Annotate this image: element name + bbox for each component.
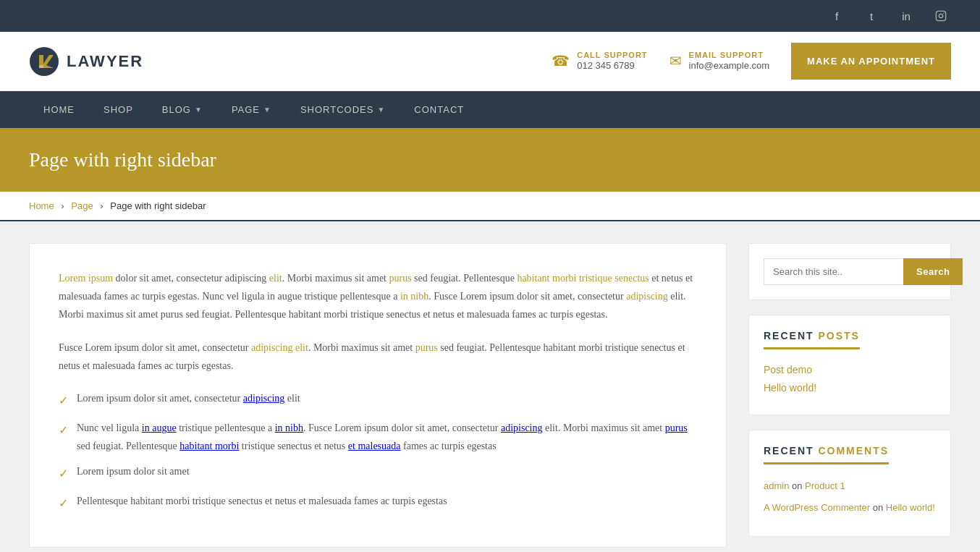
recent-posts-title: RECENT POSTS — [764, 330, 860, 349]
content-area: Lorem ipsum dolor sit amet, consectetur … — [29, 243, 727, 548]
post-link-2[interactable]: Hello world! — [764, 382, 816, 394]
recent-posts-widget: RECENT POSTS Post demo Hello world! — [748, 315, 951, 415]
adipiscing-link-4[interactable]: adipiscing — [501, 423, 543, 433]
breadcrumb-separator: › — [100, 200, 103, 211]
checklist-item-text: Nunc vel ligula in augue tristique pelle… — [77, 419, 697, 455]
instagram-icon[interactable] — [931, 6, 951, 26]
nav-page[interactable]: PAGE ▼ — [217, 91, 286, 128]
search-input[interactable] — [764, 258, 903, 285]
check-icon: ✓ — [59, 493, 68, 514]
linkedin-icon[interactable]: in — [896, 6, 916, 26]
comment-pretext-1: on — [789, 480, 805, 491]
breadcrumb: Home › Page › Page with right sidebar — [0, 192, 980, 221]
content-paragraph-1: Lorem ipsum dolor sit amet, consectetur … — [59, 269, 697, 324]
recent-posts-list: Post demo Hello world! — [764, 364, 936, 394]
search-widget: Search — [748, 243, 951, 300]
svg-point-1 — [939, 14, 942, 17]
in-nibh-link[interactable]: in nibh — [400, 291, 428, 302]
comment-pretext-2: on — [870, 502, 886, 513]
breadcrumb-current: Page with right sidebar — [110, 200, 206, 211]
checklist-item-4: ✓ Pellentesque habitant morbi tristique … — [59, 492, 697, 514]
recent-posts-title-highlight: POSTS — [814, 330, 860, 341]
comment-link-2[interactable]: Hello world! — [886, 502, 935, 513]
top-bar: f t in — [0, 0, 980, 32]
elit-link-2[interactable]: elit — [295, 342, 308, 353]
call-support: ☎ CALL SUPPORT 012 345 6789 — [552, 51, 647, 72]
nav-blog[interactable]: BLOG ▼ — [148, 91, 217, 128]
recent-comments-list: admin on Product 1 A WordPress Commenter… — [764, 479, 936, 514]
chevron-down-icon: ▼ — [377, 106, 385, 114]
logo-text: LAWYER — [67, 52, 143, 71]
et-malesuada-link[interactable]: et malesuada — [348, 441, 401, 451]
checklist-item-1: ✓ Lorem ipsum dolor sit amet, consectetu… — [59, 389, 697, 412]
list-item: Post demo — [764, 364, 936, 376]
recent-comments-widget: RECENT COMMENTS admin on Product 1 A Wor… — [748, 430, 951, 537]
habitant-link-2[interactable]: habitant morbi — [179, 441, 239, 451]
main-content: Lorem ipsum dolor sit amet, consectetur … — [0, 221, 980, 552]
recent-comments-title: RECENT COMMENTS — [764, 445, 889, 464]
page-title-banner: Page with right sidebar — [0, 128, 980, 192]
main-nav: HOME SHOP BLOG ▼ PAGE ▼ SHORTCODES ▼ CON… — [0, 91, 980, 128]
nav-shop[interactable]: SHOP — [89, 91, 148, 128]
email-icon: ✉ — [669, 52, 682, 69]
nav-contact[interactable]: CONTACT — [400, 91, 478, 128]
page-title: Page with right sidebar — [29, 148, 951, 171]
checklist-item-text: Lorem ipsum dolor sit amet, consectetur … — [77, 389, 300, 407]
chevron-down-icon: ▼ — [195, 106, 203, 114]
lorem-link-1[interactable]: Lorem ipsum — [59, 273, 113, 284]
purus-link-3[interactable]: purus — [665, 423, 688, 433]
checklist-item-2: ✓ Nunc vel ligula in augue tristique pel… — [59, 419, 697, 455]
email-support-label: EMAIL SUPPORT — [689, 51, 769, 59]
twitter-icon[interactable]: t — [861, 6, 882, 26]
email-support: ✉ EMAIL SUPPORT info@example.com — [669, 51, 769, 72]
search-button[interactable]: Search — [903, 258, 963, 285]
recent-posts-title-plain: RECENT — [764, 330, 814, 341]
purus-link-2[interactable]: purus — [415, 342, 438, 353]
sidebar: Search RECENT POSTS Post demo Hello worl… — [748, 243, 951, 548]
list-item: admin on Product 1 — [764, 479, 936, 493]
call-support-number: 012 345 6789 — [577, 60, 635, 71]
recent-comments-title-plain: RECENT — [764, 445, 814, 457]
svg-point-3 — [30, 47, 59, 76]
checklist-item-3: ✓ Lorem ipsum dolor sit amet — [59, 462, 697, 485]
checklist-item-text: Lorem ipsum dolor sit amet — [77, 462, 190, 480]
appointment-button[interactable]: MAKE AN APPOINTMENT — [791, 43, 951, 80]
nav-home[interactable]: HOME — [29, 91, 89, 128]
breadcrumb-separator: › — [61, 200, 64, 211]
logo-icon — [29, 46, 59, 77]
list-item: Hello world! — [764, 382, 936, 394]
in-nibh-link-2[interactable]: in nibh — [275, 423, 303, 433]
comment-author-2[interactable]: A WordPress Commenter — [764, 502, 870, 513]
comment-author-1[interactable]: admin — [764, 480, 789, 491]
in-augue-link[interactable]: in augue — [142, 423, 177, 433]
recent-comments-title-highlight: COMMENTS — [814, 445, 890, 457]
email-support-value: info@example.com — [689, 60, 769, 71]
check-icon: ✓ — [59, 391, 68, 412]
call-support-label: CALL SUPPORT — [577, 51, 647, 59]
facebook-icon[interactable]: f — [827, 6, 847, 26]
checklist: ✓ Lorem ipsum dolor sit amet, consectetu… — [59, 389, 697, 514]
svg-rect-0 — [936, 11, 945, 20]
checklist-item-text: Pellentesque habitant morbi tristique se… — [77, 492, 447, 510]
habitant-link-1[interactable]: habitant morbi tristique senectus — [517, 273, 649, 284]
purus-link-1[interactable]: purus — [389, 273, 411, 284]
breadcrumb-page[interactable]: Page — [71, 200, 93, 211]
svg-point-2 — [943, 13, 944, 14]
adipiscing-link-2[interactable]: adipiscing — [251, 342, 293, 353]
comment-link-1[interactable]: Product 1 — [805, 480, 845, 491]
chevron-down-icon: ▼ — [263, 106, 271, 114]
header-right: ☎ CALL SUPPORT 012 345 6789 ✉ EMAIL SUPP… — [552, 43, 951, 80]
list-item: A WordPress Commenter on Hello world! — [764, 501, 936, 515]
breadcrumb-home[interactable]: Home — [29, 200, 54, 211]
elit-link-1[interactable]: elit — [269, 273, 282, 284]
check-icon: ✓ — [59, 420, 68, 441]
content-paragraph-2: Fusce Lorem ipsum dolor sit amet, consec… — [59, 339, 697, 375]
adipiscing-link-1[interactable]: adipiscing — [626, 291, 668, 302]
logo[interactable]: LAWYER — [29, 46, 552, 77]
post-link-1[interactable]: Post demo — [764, 364, 812, 375]
adipiscing-link-3[interactable]: adipiscing — [243, 393, 285, 404]
phone-icon: ☎ — [552, 52, 570, 69]
check-icon: ✓ — [59, 464, 68, 485]
header: LAWYER ☎ CALL SUPPORT 012 345 6789 ✉ EMA… — [0, 32, 980, 91]
nav-shortcodes[interactable]: SHORTCODES ▼ — [286, 91, 400, 128]
